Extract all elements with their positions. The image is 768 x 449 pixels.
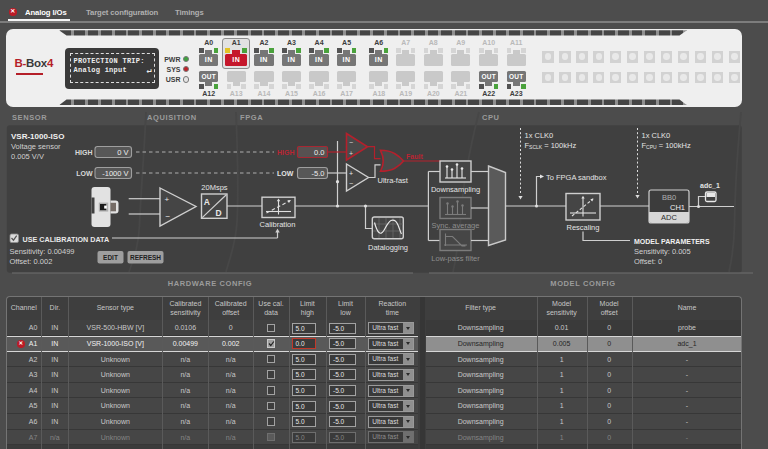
svg-text:Offset: 0.002: Offset: 0.002 <box>10 257 53 266</box>
svg-text:CPU: CPU <box>482 113 500 122</box>
svg-text:1x CLK0: 1x CLK0 <box>642 131 671 140</box>
svg-text:USE CALIBRATION DATA: USE CALIBRATION DATA <box>23 235 110 244</box>
svg-text:0 V: 0 V <box>117 148 128 157</box>
svg-text:−: − <box>166 212 171 221</box>
svg-text:LOW: LOW <box>76 170 93 177</box>
svg-text:−: − <box>349 139 353 146</box>
svg-text:+: + <box>349 150 353 157</box>
svg-text:LOW: LOW <box>277 170 294 177</box>
svg-text:Sensitivity: 0.00499: Sensitivity: 0.00499 <box>10 247 75 256</box>
svg-text:MODEL PARAMETERS: MODEL PARAMETERS <box>634 238 710 245</box>
svg-text:Calibration: Calibration <box>260 220 296 229</box>
svg-text:0.005 V/V: 0.005 V/V <box>11 152 44 161</box>
svg-text:MODEL CONFIG: MODEL CONFIG <box>550 279 615 288</box>
svg-text:SENSOR: SENSOR <box>12 113 47 122</box>
svg-text:-5.0: -5.0 <box>312 169 325 178</box>
svg-text:HIGH: HIGH <box>277 149 295 156</box>
svg-text:A: A <box>204 197 210 207</box>
svg-text:D: D <box>216 208 222 218</box>
svg-text:0.0: 0.0 <box>314 148 324 157</box>
svg-text:20Msps: 20Msps <box>201 183 228 192</box>
svg-text:REFRESH: REFRESH <box>130 254 161 261</box>
svg-text:Rescaling: Rescaling <box>567 223 600 232</box>
svg-text:Voltage sensor: Voltage sensor <box>11 142 61 151</box>
svg-text:Low-pass filter: Low-pass filter <box>431 254 480 263</box>
svg-text:ADC: ADC <box>661 213 677 222</box>
svg-text:1x CLK0: 1x CLK0 <box>525 131 554 140</box>
svg-text:Sync. average: Sync. average <box>432 221 480 230</box>
svg-text:CH1: CH1 <box>670 203 685 212</box>
svg-text:To FPGA sandbox: To FPGA sandbox <box>546 173 607 182</box>
svg-text:Sensitivity: 0.005: Sensitivity: 0.005 <box>634 247 691 256</box>
svg-text:HIGH: HIGH <box>75 149 93 156</box>
svg-text:HARDWARE CONFIG: HARDWARE CONFIG <box>168 279 252 288</box>
svg-text:+: + <box>165 195 170 204</box>
svg-text:BB0: BB0 <box>662 193 676 202</box>
svg-text:Fault: Fault <box>406 153 423 160</box>
svg-text:-1000 V: -1000 V <box>102 169 128 178</box>
svg-text:−: − <box>349 180 353 187</box>
svg-text:adc_1: adc_1 <box>700 182 720 189</box>
svg-text:Ultra-fast: Ultra-fast <box>378 176 409 185</box>
svg-text:Offset: 0: Offset: 0 <box>634 257 662 266</box>
svg-text:FPGA: FPGA <box>240 113 263 122</box>
svg-text:EDIT: EDIT <box>103 254 118 261</box>
svg-text:VSR-1000-ISO: VSR-1000-ISO <box>11 132 64 141</box>
svg-text:AQUISITION: AQUISITION <box>147 113 197 122</box>
svg-text:Downsampling: Downsampling <box>431 185 480 194</box>
svg-text:+: + <box>349 170 353 177</box>
svg-text:Datalogging: Datalogging <box>368 243 408 252</box>
